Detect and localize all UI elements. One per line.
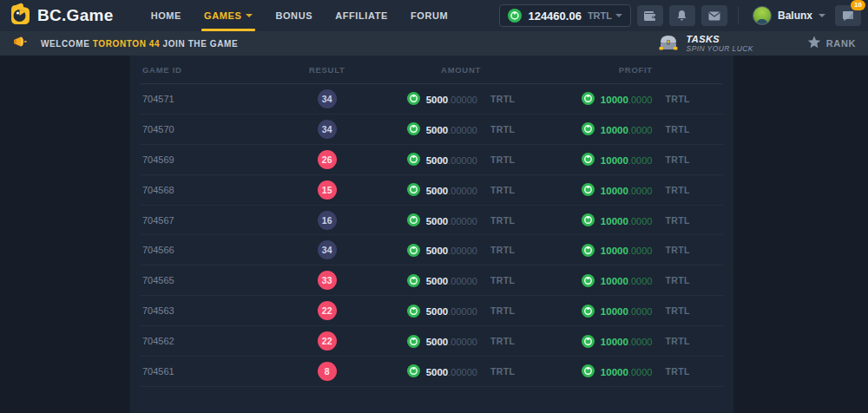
envelope-icon [708, 11, 720, 21]
bcgame-logo-icon [9, 3, 30, 29]
table-row[interactable]: 704561 8 5000.00000 TRTL [141, 357, 723, 387]
profit-value: 10000.0000 [601, 213, 653, 228]
profit-currency: TRTL [665, 305, 689, 316]
result-badge: 34 [318, 120, 337, 139]
nav-label: AFFILIATE [335, 10, 388, 21]
profit-cell: 10000.0000 TRTL [549, 242, 723, 258]
chevron-down-icon [819, 14, 825, 17]
profit-value: 10000.0000 [601, 242, 653, 258]
amount-currency: TRTL [490, 366, 515, 377]
user-name: Balunx [778, 10, 812, 22]
balance-selector[interactable]: 124460.06 TRTL [499, 4, 631, 27]
profit-cell: 10000.0000 TRTL [549, 272, 723, 288]
nav-item-games[interactable]: GAMES [193, 0, 264, 31]
amount-currency: TRTL [490, 124, 515, 134]
currency-label: TRTL [588, 10, 612, 21]
table-row[interactable]: 704567 16 5000.00000 TRTL [141, 206, 723, 236]
amount-value: 5000.00000 [426, 303, 477, 318]
result-badge: 33 [318, 271, 337, 290]
result-badge: 34 [318, 89, 337, 108]
wallet-button[interactable] [637, 5, 663, 26]
table-row[interactable]: 704571 34 5000.00000 TRTL [141, 84, 723, 115]
result-badge: 16 [318, 211, 337, 230]
messages-button[interactable] [701, 5, 727, 26]
amount-currency: TRTL [490, 215, 515, 226]
trtl-coin-icon [407, 335, 420, 348]
amount-cell: 5000.00000 TRTL [373, 182, 548, 198]
table-header: GAME ID RESULT AMOUNT PROFIT [141, 56, 723, 84]
table-row[interactable]: 704570 34 5000.00000 TRTL [141, 115, 723, 145]
profit-currency: TRTL [665, 336, 689, 346]
result-cell: 15 [280, 180, 373, 200]
trtl-coin-icon [582, 244, 595, 257]
trtl-coin-icon [407, 153, 420, 166]
profit-currency: TRTL [665, 185, 689, 195]
chevron-down-icon [615, 14, 622, 17]
trtl-coin-icon [582, 335, 595, 348]
amount-value: 5000.00000 [426, 121, 477, 137]
main-content: GAME ID RESULT AMOUNT PROFIT 704571 34 5… [0, 56, 868, 413]
main-nav: HOME GAMES BONUS AFFILIATE FORUM [140, 0, 460, 31]
profit-currency: TRTL [665, 275, 689, 285]
navbar-right: 124460.06 TRTL [499, 4, 861, 27]
table-row[interactable]: 704562 22 5000.00000 TRTL [141, 326, 723, 357]
amount-cell: 5000.00000 TRTL [373, 333, 548, 349]
trtl-coin-icon [407, 305, 420, 318]
profit-currency: TRTL [665, 215, 689, 226]
game-id-cell: 704561 [141, 366, 280, 377]
nav-item-home[interactable]: HOME [140, 0, 193, 31]
amount-currency: TRTL [490, 185, 515, 195]
user-menu[interactable]: Balunx [749, 6, 829, 25]
star-icon [807, 36, 821, 52]
profit-value: 10000.0000 [601, 364, 653, 379]
result-cell: 33 [280, 271, 373, 290]
nav-item-forum[interactable]: FORUM [399, 0, 459, 31]
amount-currency: TRTL [490, 275, 515, 285]
trtl-coin-icon [582, 92, 595, 105]
bell-icon [676, 10, 687, 22]
tasks-widget[interactable]: TASKS SPIN YOUR LUCK [657, 32, 753, 55]
profit-cell: 10000.0000 TRTL [549, 333, 723, 349]
chat-icon [842, 10, 854, 22]
profit-currency: TRTL [665, 366, 689, 377]
profit-value: 10000.0000 [601, 182, 653, 198]
result-cell: 22 [280, 301, 373, 320]
tasks-labels: TASKS SPIN YOUR LUCK [687, 34, 753, 54]
nav-label: BONUS [275, 10, 312, 21]
rank-widget[interactable]: RANK [807, 36, 856, 52]
table-row[interactable]: 704566 34 5000.00000 TRTL [141, 235, 723, 266]
table-row[interactable]: 704565 33 5000.00000 TRTL [141, 266, 723, 296]
profit-value: 10000.0000 [601, 121, 653, 137]
announcement-bar: WELCOME TORONTON 44 JOIN THE GAME TASKS … [0, 31, 868, 56]
trtl-coin-icon [582, 153, 595, 166]
amount-cell: 5000.00000 TRTL [373, 152, 548, 167]
balance-currency: TRTL [588, 10, 622, 21]
trtl-coin-icon [582, 274, 595, 287]
table-row[interactable]: 704569 26 5000.00000 TRTL [141, 145, 723, 175]
header-amount: AMOUNT [373, 65, 548, 75]
amount-cell: 5000.00000 TRTL [373, 272, 548, 288]
trtl-coin-icon [508, 9, 522, 23]
notifications-button[interactable] [669, 5, 695, 26]
logo-text: BC.Game [37, 6, 114, 25]
trtl-coin-icon [582, 364, 595, 377]
profit-currency: TRTL [665, 124, 689, 134]
header-game-id: GAME ID [141, 65, 280, 75]
nav-label: GAMES [204, 10, 241, 21]
result-badge: 34 [318, 240, 337, 259]
tasks-subtitle: SPIN YOUR LUCK [687, 44, 753, 53]
logo[interactable]: BC.Game [9, 3, 114, 29]
chat-button[interactable]: 10 [835, 5, 861, 26]
result-cell: 34 [280, 120, 373, 139]
amount-currency: TRTL [490, 245, 515, 255]
nav-item-bonus[interactable]: BONUS [264, 0, 324, 31]
wallet-icon [643, 10, 656, 22]
result-badge: 22 [318, 301, 337, 320]
result-cell: 22 [280, 331, 373, 351]
nav-item-affiliate[interactable]: AFFILIATE [324, 0, 399, 31]
balance-amount: 124460.06 [528, 10, 581, 23]
result-cell: 16 [280, 211, 373, 230]
amount-value: 5000.00000 [426, 242, 477, 258]
table-row[interactable]: 704568 15 5000.00000 TRTL [141, 175, 723, 206]
table-row[interactable]: 704563 22 5000.00000 TRTL [141, 296, 723, 326]
